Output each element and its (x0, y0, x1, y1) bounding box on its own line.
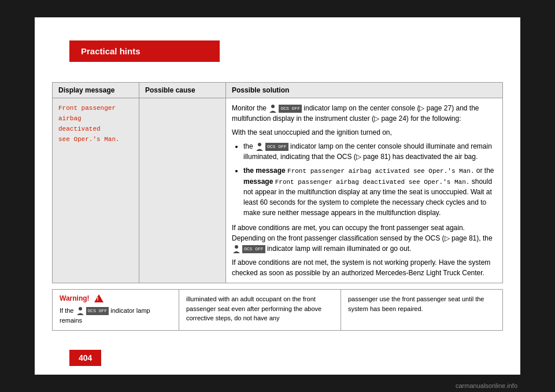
watermark: carmanualsonline.info (456, 382, 517, 389)
svg-point-0 (271, 105, 275, 108)
the-message-label: the message (243, 167, 286, 175)
solution-para-1: Monitor the OCS OFF indicator lamp on th… (232, 103, 497, 124)
message-code-2: Front passenger airbag deactivated see O… (275, 179, 470, 186)
warning-title: Warning! (60, 294, 172, 302)
message-label-2: message (243, 177, 273, 186)
warning-continuation-text-2: passenger use the front passenger seat u… (348, 295, 484, 312)
col-display-message: Display message (53, 83, 139, 98)
ocs-icon-2: OCS OFF (255, 142, 288, 151)
ocs-icon-warning: OCS OFF (76, 306, 109, 316)
possible-solution-cell: Monitor the OCS OFF indicator lamp on th… (226, 98, 503, 283)
warning-box: Warning! If the OCS OFF indicator lamp r… (52, 289, 179, 331)
watermark-text: carmanualsonline.info (456, 382, 517, 389)
page-number-text: 404 (79, 353, 92, 363)
solution-list: the OCS OFF indicator lamp on the center… (243, 141, 497, 218)
svg-point-2 (235, 245, 238, 249)
display-message-cell: Front passenger airbag deactivated see O… (53, 98, 139, 283)
svg-point-1 (258, 143, 261, 146)
ocs-icon-1: OCS OFF (268, 104, 302, 113)
display-message-text: Front passenger airbag deactivated see O… (58, 105, 120, 143)
ocs-icon-3: OCS OFF (232, 245, 265, 254)
page-content: Practical hints Display message Possible… (35, 17, 520, 375)
warning-text: If the OCS OFF indicator lamp remains (60, 306, 172, 326)
col-possible-solution: Possible solution (226, 83, 503, 98)
col-possible-cause: Possible cause (139, 83, 226, 98)
header-title: Practical hints (81, 46, 140, 56)
warning-continuation-1: illuminated with an adult occupant on th… (179, 289, 341, 331)
solution-para-3: If above conditions are met, you can occ… (232, 223, 497, 254)
solution-item-1: the OCS OFF indicator lamp on the center… (243, 141, 497, 162)
table-row: Front passenger airbag deactivated see O… (53, 98, 503, 283)
section-header: Practical hints (69, 40, 220, 62)
svg-point-3 (79, 307, 82, 310)
possible-cause-cell (139, 98, 226, 283)
warning-continuation-text-1: illuminated with an adult occupant on th… (186, 295, 321, 321)
solution-para-4: If above conditions are not met, the sys… (232, 257, 497, 278)
warning-continuation-2: passenger use the front passenger seat u… (341, 289, 503, 331)
solution-item-2: the message Front passenger airbag activ… (243, 165, 497, 218)
warning-label: Warning! (60, 294, 90, 302)
solution-para-2: With the seat unoccupied and the ignitio… (232, 127, 497, 138)
warning-section: Warning! If the OCS OFF indicator lamp r… (52, 289, 503, 331)
message-code-1: Front passenger airbag activated see Ope… (287, 168, 474, 175)
page-number: 404 (69, 350, 101, 366)
warning-triangle-icon (94, 294, 103, 302)
main-table: Display message Possible cause Possible … (52, 82, 503, 283)
